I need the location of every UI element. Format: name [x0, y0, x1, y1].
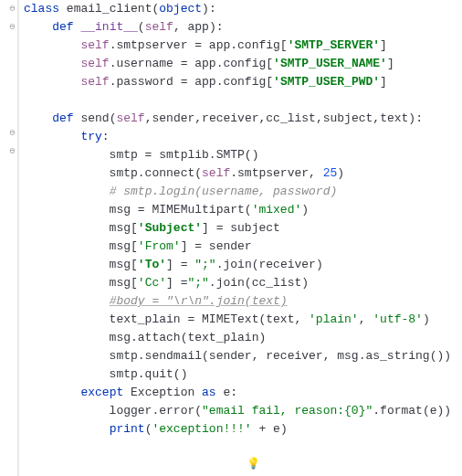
token-pun: : — [102, 130, 110, 143]
token-kw: def — [52, 111, 73, 125]
token-pun: ] — [380, 75, 387, 89]
intention-bulb-icon[interactable]: 💡 — [247, 455, 259, 468]
code-line[interactable]: msg['Cc'] =";".join(cc_list) — [24, 274, 462, 292]
token-pun: ] = subject — [202, 221, 280, 235]
token-pun: .password = app.config[ — [110, 75, 273, 89]
fold-toggle-icon[interactable]: ⊖ — [7, 4, 17, 14]
token-num: 25 — [323, 166, 338, 180]
token-kw: except — [80, 386, 123, 399]
token-pun: ) — [423, 312, 430, 326]
token-pun: .format(e)) — [373, 404, 451, 418]
code-editor[interactable]: class email_client(object): def __init__… — [24, 0, 462, 439]
token-cls: send — [80, 111, 109, 125]
token-pun: .smtpserver = app.config[ — [110, 38, 288, 52]
token-pun: .join(receiver) — [216, 258, 323, 271]
token-pun: , — [359, 312, 373, 326]
token-self: self — [116, 111, 144, 125]
token-self: self — [80, 57, 109, 70]
code-line[interactable]: def __init__(self, app): — [24, 18, 462, 37]
token-str: 'exception!!!' — [152, 422, 251, 436]
token-pun: + e) — [252, 422, 288, 436]
token-builtin: object — [159, 2, 202, 16]
fold-toggle-icon[interactable]: ⊖ — [7, 22, 17, 32]
token-kw: def — [52, 20, 73, 34]
token-pun: ) — [301, 203, 309, 217]
token-pun: , app): — [173, 20, 224, 34]
token-kw: as — [202, 386, 216, 399]
code-line[interactable]: msg = MIMEMultipart('mixed') — [24, 201, 462, 219]
code-line[interactable]: self.smtpserver = app.config['SMTP_SERVE… — [24, 37, 462, 55]
token-kw: class — [24, 2, 59, 16]
code-line[interactable]: except Exception as e: — [24, 384, 462, 402]
token-pun: ] — [387, 57, 394, 70]
token-builtin: print — [110, 422, 145, 436]
code-line[interactable]: msg.attach(text_plain) — [24, 329, 462, 347]
token-str: 'mixed' — [252, 203, 302, 217]
code-line[interactable]: msg['Subject'] = subject — [24, 219, 462, 238]
token-fn: __init__ — [80, 20, 137, 34]
token-pun: .smtpserver, — [230, 166, 322, 180]
code-line[interactable]: smtp.connect(self.smtpserver, 25) — [24, 164, 462, 183]
token-self: self — [80, 75, 109, 89]
token-pun: .username = app.config[ — [110, 57, 273, 70]
code-line[interactable]: print('exception!!!' + e) — [24, 420, 462, 439]
token-pun: ] = — [166, 276, 187, 290]
code-line[interactable]: # smtp.login(username, password) — [24, 183, 462, 201]
token-pun: .join(cc_list) — [209, 276, 309, 290]
token-pun: ] = sender — [181, 239, 252, 253]
token-str: ";" — [187, 276, 208, 290]
token-str: "email fail, reason:{0}" — [202, 404, 373, 418]
gutter — [0, 0, 18, 476]
token-pun: ,sender,receiver,cc_list,subject,text): — [145, 111, 423, 125]
code-line[interactable]: msg['To'] = ";".join(receiver) — [24, 256, 462, 274]
token-strk: 'SMTP_USER_PWD' — [273, 75, 380, 89]
gutter-divider — [18, 0, 19, 476]
code-line[interactable]: msg['From'] = sender — [24, 238, 462, 256]
code-line[interactable]: logger.error("email fail, reason:{0}".fo… — [24, 402, 462, 420]
code-line[interactable] — [24, 91, 462, 110]
code-line[interactable]: self.username = app.config['SMTP_USER_NA… — [24, 55, 462, 73]
token-strk: 'To' — [138, 258, 166, 271]
token-str: 'plain' — [309, 312, 359, 326]
token-pun: ] — [380, 38, 387, 52]
code-line[interactable]: smtp.sendmail(sender, receiver, msg.as_s… — [24, 347, 462, 365]
code-line[interactable]: try: — [24, 128, 462, 146]
token-self: self — [202, 166, 230, 180]
token-pun: ] = — [166, 258, 194, 271]
token-strk: 'SMTP_SERVER' — [288, 38, 380, 52]
token-cmt: # smtp.login(username, password) — [110, 185, 338, 198]
token-pun: ( — [138, 20, 145, 34]
fold-toggle-icon[interactable]: ⊖ — [7, 128, 17, 138]
token-kw: try — [80, 130, 101, 143]
token-strk: 'Subject' — [138, 221, 202, 235]
token-pun: ) — [337, 166, 344, 180]
code-line[interactable]: #body = "\r\n".join(text) — [24, 292, 462, 311]
token-str: 'From' — [138, 239, 181, 253]
token-str: 'Cc' — [138, 276, 166, 290]
token-pun: ): — [202, 2, 216, 16]
code-line[interactable]: class email_client(object): — [24, 0, 462, 18]
token-self: self — [80, 38, 109, 52]
code-line[interactable]: def send(self,sender,receiver,cc_list,su… — [24, 110, 462, 128]
fold-toggle-icon[interactable]: ⊖ — [7, 146, 17, 156]
token-str: ";" — [194, 258, 215, 271]
token-cmtu: #body = "\r\n".join(text) — [110, 294, 288, 308]
token-cls: email_client — [67, 2, 152, 16]
token-strk: 'SMTP_USER_NAME' — [273, 57, 387, 70]
code-line[interactable]: self.password = app.config['SMTP_USER_PW… — [24, 73, 462, 91]
token-str: 'utf-8' — [373, 312, 423, 326]
token-self: self — [145, 20, 173, 34]
code-line[interactable]: smtp.quit() — [24, 365, 462, 384]
code-line[interactable]: smtp = smtplib.SMTP() — [24, 146, 462, 164]
code-line[interactable]: text_plain = MIMEText(text, 'plain', 'ut… — [24, 311, 462, 329]
